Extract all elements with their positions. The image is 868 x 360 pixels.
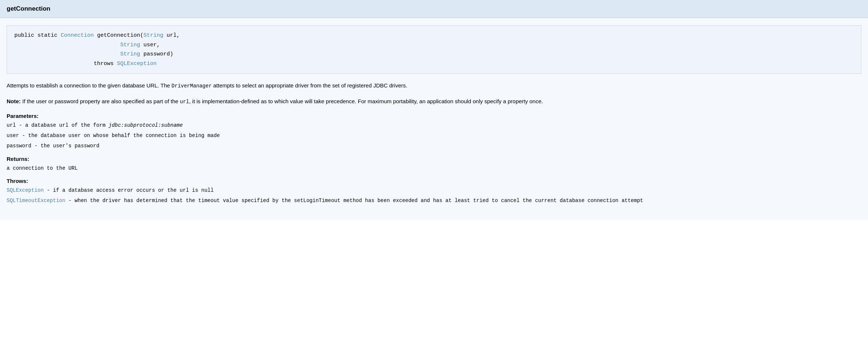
sig-line-3: String password) (14, 50, 854, 59)
content-area: public static Connection getConnection(S… (0, 18, 868, 220)
throws-section: Throws: SQLException - if a database acc… (7, 178, 861, 205)
returns-section: Returns: a connection to the URL (7, 156, 861, 173)
param-user: user - the database user on whose behalf… (7, 132, 861, 140)
description-text: Attempts to establish a connection to th… (7, 81, 861, 90)
param-url-name: url (7, 122, 16, 128)
note-code-url: url (180, 99, 189, 105)
sig-throws-keyword: throws (94, 61, 117, 67)
throws-sqltimeout-name: SQLTimeoutException (7, 198, 65, 204)
sig-throws-exception: SQLException (117, 61, 157, 67)
param-url: url - a database url of the form jdbc:su… (7, 121, 861, 130)
sig-param3-type: String (120, 51, 140, 57)
sig-return-type: Connection (61, 32, 94, 39)
page-container: getConnection public static Connection g… (0, 0, 868, 220)
note-text: If the user or password property are als… (21, 98, 543, 104)
description-part2: attempts to select an appropriate driver… (212, 82, 408, 89)
sig-param3-name: password) (140, 51, 173, 57)
throws-sqlexception-text: - if a database access error occurs or t… (44, 187, 214, 193)
sig-line-1: public static Connection getConnection(S… (14, 31, 854, 40)
sig-param2-name: user, (140, 42, 160, 48)
parameters-section: Parameters: url - a database url of the … (7, 113, 861, 150)
title-bar: getConnection (0, 0, 868, 18)
sig-prefix: public static (14, 32, 61, 39)
param-password-sep: - the user's password (31, 143, 99, 149)
signature-block: public static Connection getConnection(S… (7, 25, 861, 74)
sig-line-2: String user, (14, 40, 854, 50)
throws-sqltimeout-text: - when the driver has determined that th… (65, 198, 643, 204)
note-block: Note: If the user or password property a… (7, 97, 861, 106)
sig-method-name: getConnection( (94, 32, 143, 39)
sig-line-4: throws SQLException (14, 59, 854, 69)
sig-param1-type: String (143, 32, 163, 39)
param-url-sep: - a database url of the form (16, 122, 108, 128)
throws-header: Throws: (7, 178, 861, 184)
param-password-name: password (7, 143, 31, 149)
returns-text: a connection to the URL (7, 164, 861, 173)
param-url-detail: jdbc:subprotocol:subname (108, 122, 183, 128)
note-label: Note: (7, 98, 21, 104)
description-part1: Attempts to establish a connection to th… (7, 82, 171, 89)
sig-param1-name: url, (163, 32, 180, 39)
throws-sqltimeout: SQLTimeoutException - when the driver ha… (7, 197, 861, 205)
param-user-name: user (7, 133, 19, 138)
sig-param2-type: String (120, 42, 140, 48)
throws-sqlexception: SQLException - if a database access erro… (7, 186, 861, 195)
param-password: password - the user's password (7, 142, 861, 151)
parameters-header: Parameters: (7, 113, 861, 119)
throws-sqlexception-name: SQLException (7, 187, 44, 193)
description-code: DriverManager (171, 83, 211, 89)
returns-header: Returns: (7, 156, 861, 162)
param-user-sep: - the database user on whose behalf the … (19, 133, 220, 138)
page-title: getConnection (7, 5, 861, 12)
